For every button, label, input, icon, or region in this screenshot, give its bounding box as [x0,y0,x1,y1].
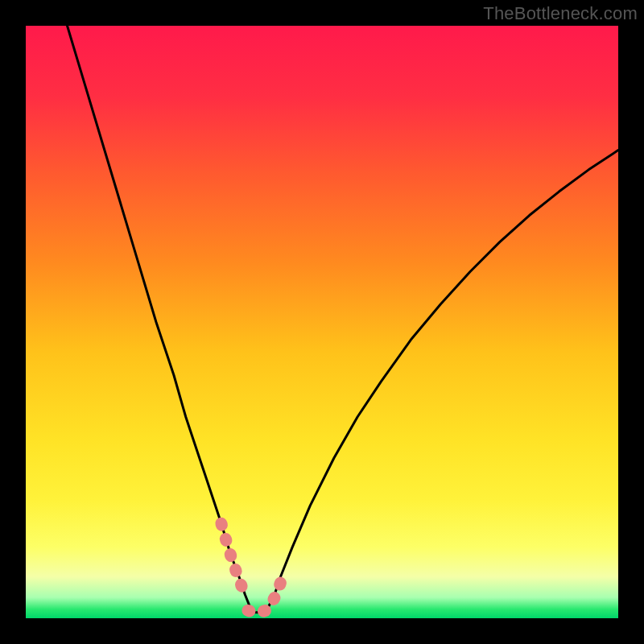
chart-frame: TheBottleneck.com [0,0,644,644]
plot-background [26,26,618,618]
attribution-text: TheBottleneck.com [483,3,638,24]
plot-area [26,26,618,618]
